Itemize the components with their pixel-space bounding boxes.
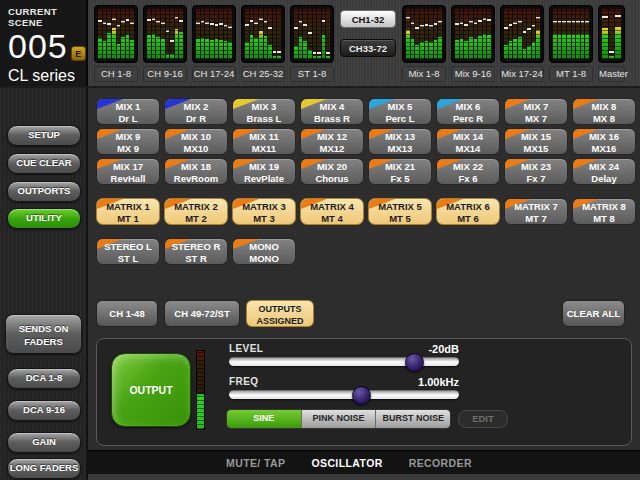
meter-group-label: MT 1-8	[549, 66, 593, 82]
meter-group-label: CH 17-24	[192, 66, 236, 82]
meter-group-label: CH 25-32	[241, 66, 285, 82]
meter-display	[290, 5, 334, 63]
assign-button-mix-4[interactable]: MIX 4Brass R	[300, 98, 364, 125]
assign-button-mix-17[interactable]: MIX 17RevHall	[96, 158, 160, 185]
scene-panel: CURRENT SCENE 005 E CL series	[0, 0, 88, 86]
assign-button-mix-24[interactable]: MIX 24Delay	[572, 158, 636, 185]
assign-button-mix-16[interactable]: MIX 16MX16	[572, 128, 636, 155]
sidebar-button-outports[interactable]: OUTPORTS	[7, 181, 81, 202]
scene-edit-badge: E	[71, 46, 86, 61]
meter-ch-17-24: CH 17-24	[192, 5, 236, 82]
sidebar-button-long-faders[interactable]: LONG FADERS	[7, 458, 81, 479]
oscillator-level-meter	[196, 350, 205, 430]
assign-button-mix-9[interactable]: MIX 9MX 9	[96, 128, 160, 155]
meter-group-label: ST 1-8	[290, 66, 334, 82]
meter-mix-1-8: Mix 1-8	[402, 5, 446, 82]
main-area: MIX 1Dr LMIX 2Dr RMIX 3Brass LMIX 4Brass…	[88, 88, 640, 480]
assign-button-stereo-r[interactable]: STEREO RST R	[164, 238, 228, 265]
freq-slider[interactable]	[229, 390, 459, 399]
assign-button-mix-13[interactable]: MIX 13MX13	[368, 128, 432, 155]
filter-tab-ch-1-48[interactable]: CH 1-48	[96, 300, 158, 327]
assign-button-mix-23[interactable]: MIX 23Fx 7	[504, 158, 568, 185]
assign-button-mix-3[interactable]: MIX 3Brass L	[232, 98, 296, 125]
assign-button-mix-22[interactable]: MIX 22Fx 6	[436, 158, 500, 185]
meter-ch-25-32: CH 25-32	[241, 5, 285, 82]
oscillator-panel: OUTPUT LEVEL -20dB FREQ 1.00kHz SINEPINK…	[96, 338, 632, 446]
edit-button[interactable]: EDIT	[458, 410, 508, 428]
bank-button-ch1-32[interactable]: CH1-32	[340, 10, 396, 28]
assign-button-matrix-2[interactable]: MATRIX 2MT 2	[164, 198, 228, 225]
assign-button-matrix-8[interactable]: MATRIX 8MT 8	[572, 198, 636, 225]
meter-display	[143, 5, 187, 63]
bank-button-ch33-72[interactable]: CH33-72	[340, 39, 396, 57]
meter-display	[192, 5, 236, 63]
assign-button-mix-21[interactable]: MIX 21Fx 5	[368, 158, 432, 185]
sidebar-button-gain[interactable]: GAIN	[7, 432, 81, 453]
bottom-tab-oscillator[interactable]: OSCILLATOR	[311, 457, 382, 469]
cl-stagemix-screen: CH 1-8CH 9-16CH 17-24CH 25-32ST 1-8CH1-3…	[0, 0, 640, 480]
meter-group-label: CH 1-8	[94, 66, 138, 82]
assign-button-mix-6[interactable]: MIX 6Perc R	[436, 98, 500, 125]
bottom-tab-bar: MUTE/ TAPOSCILLATORRECORDER	[88, 450, 640, 474]
assign-button-stereo-l[interactable]: STEREO LST L	[96, 238, 160, 265]
assign-button-mix-7[interactable]: MIX 7MX 7	[504, 98, 568, 125]
assign-button-mix-10[interactable]: MIX 10MX10	[164, 128, 228, 155]
meter-group-label: Mix 1-8	[402, 66, 446, 82]
sidebar-button-dca-9-16[interactable]: DCA 9-16	[7, 400, 81, 421]
assign-button-matrix-4[interactable]: MATRIX 4MT 4	[300, 198, 364, 225]
sidebar-button-setup[interactable]: SETUP	[7, 125, 81, 146]
meter-group-label: Mix 17-24	[500, 66, 544, 82]
assign-button-mix-18[interactable]: MIX 18RevRoom	[164, 158, 228, 185]
sidebar-button-dca-1-8[interactable]: DCA 1-8	[7, 368, 81, 389]
assign-button-mix-2[interactable]: MIX 2Dr R	[164, 98, 228, 125]
assign-button-mix-14[interactable]: MIX 14MX14	[436, 128, 500, 155]
oscillator-output-button[interactable]: OUTPUT	[111, 353, 191, 427]
meter-bank-switch: CH1-32CH33-72	[339, 5, 397, 57]
assign-button-mix-19[interactable]: MIX 19RevPlate	[232, 158, 296, 185]
meter-display	[402, 5, 446, 63]
sidebar-button-utility[interactable]: UTILITY	[7, 208, 81, 229]
meter-display	[500, 5, 544, 63]
filter-tab-ch-49-72-st[interactable]: CH 49-72/ST	[164, 300, 240, 327]
meter-display	[451, 5, 495, 63]
left-sidebar: SETUPCUE CLEAROUTPORTSUTILITYSENDS ON FA…	[0, 88, 88, 480]
filter-tab-outputs-assigned[interactable]: OUTPUTSASSIGNED	[246, 300, 314, 327]
freq-slider-thumb[interactable]	[352, 386, 371, 405]
meter-display	[241, 5, 285, 63]
assign-button-mix-12[interactable]: MIX 12MX12	[300, 128, 364, 155]
level-slider[interactable]	[229, 357, 459, 366]
assign-button-mix-8[interactable]: MIX 8MX 8	[572, 98, 636, 125]
level-label: LEVEL	[229, 343, 263, 355]
assign-button-matrix-6[interactable]: MATRIX 6MT 6	[436, 198, 500, 225]
assign-button-mono[interactable]: MONOMONO	[232, 238, 296, 265]
sidebar-button-cue-clear[interactable]: CUE CLEAR	[7, 153, 81, 174]
assign-button-matrix-3[interactable]: MATRIX 3MT 3	[232, 198, 296, 225]
meter-ch-1-8: CH 1-8	[94, 5, 138, 82]
level-slider-thumb[interactable]	[405, 353, 424, 372]
meter-group-label: Mix 9-16	[451, 66, 495, 82]
meter-ch-9-16: CH 9-16	[143, 5, 187, 82]
assign-button-matrix-7[interactable]: MATRIX 7MT 7	[504, 198, 568, 225]
meter-bridge: CH 1-8CH 9-16CH 17-24CH 25-32ST 1-8CH1-3…	[0, 0, 640, 88]
meter-group-label: Master	[598, 66, 625, 82]
waveform-button-burst-noise[interactable]: BURST NOISE	[376, 410, 450, 428]
level-value: -20dB	[428, 343, 459, 355]
assign-button-mix-11[interactable]: MIX 11MX11	[232, 128, 296, 155]
assign-button-matrix-5[interactable]: MATRIX 5MT 5	[368, 198, 432, 225]
meter-group-label: CH 9-16	[143, 66, 187, 82]
assign-button-mix-1[interactable]: MIX 1Dr L	[96, 98, 160, 125]
sidebar-button-sends-on-faders[interactable]: SENDS ON FADERS	[5, 314, 82, 354]
bottom-strip	[88, 474, 640, 480]
scene-number: 005	[8, 29, 68, 63]
assign-button-matrix-1[interactable]: MATRIX 1MT 1	[96, 198, 160, 225]
assign-button-mix-15[interactable]: MIX 15MX15	[504, 128, 568, 155]
assign-button-mix-20[interactable]: MIX 20Chorus	[300, 158, 364, 185]
meter-display	[549, 5, 593, 63]
waveform-button-pink-noise[interactable]: PINK NOISE	[302, 410, 377, 428]
assign-button-mix-5[interactable]: MIX 5Perc L	[368, 98, 432, 125]
bottom-tab-mute-tap[interactable]: MUTE/ TAP	[226, 457, 285, 469]
meter-display	[598, 5, 625, 63]
waveform-button-sine[interactable]: SINE	[227, 410, 302, 428]
clear-all-button[interactable]: CLEAR ALL	[562, 300, 625, 327]
bottom-tab-recorder[interactable]: RECORDER	[409, 457, 472, 469]
